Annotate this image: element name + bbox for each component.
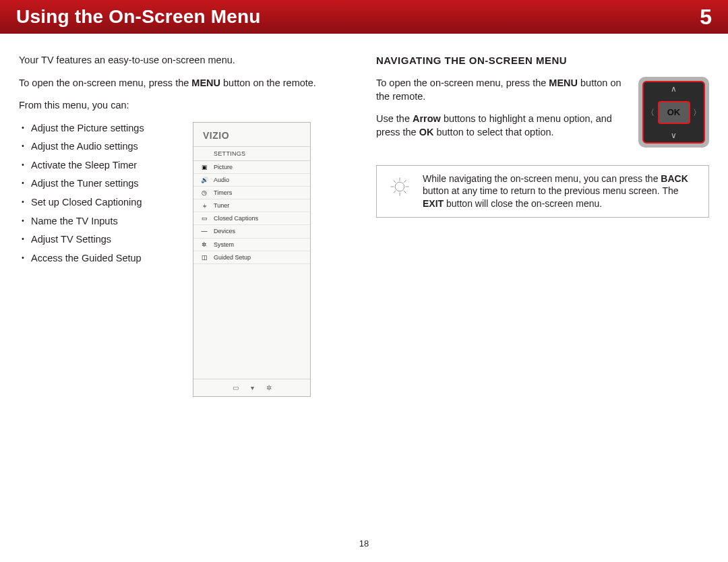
right-column: NAVIGATING THE ON-SCREEN MENU To open th… bbox=[376, 54, 709, 397]
list-item: Adjust the Tuner settings bbox=[31, 177, 181, 191]
list-item: Adjust the Picture settings bbox=[31, 122, 181, 135]
picture-icon: ▣ bbox=[200, 164, 208, 170]
open-menu-paragraph: To open the on-screen menu, press the ME… bbox=[19, 77, 352, 90]
chevron-down-icon: ▾ bbox=[251, 383, 254, 393]
tip-callout: While navigating the on-screen menu, you… bbox=[376, 165, 709, 218]
list-item: Adjust the Audio settings bbox=[31, 140, 181, 154]
osd-row-system: ✲System bbox=[193, 239, 310, 251]
capabilities-list: Adjust the Picture settings Adjust the A… bbox=[19, 122, 181, 266]
list-item: Activate the Sleep Timer bbox=[31, 159, 181, 173]
nav-paragraph-2: Use the Arrow buttons to highlight a men… bbox=[376, 113, 626, 139]
list-item: Adjust TV Settings bbox=[31, 233, 181, 247]
list-item: Name the TV Inputs bbox=[31, 215, 181, 228]
from-this-menu: From this menu, you can: bbox=[19, 99, 352, 113]
osd-row-audio: 🔊Audio bbox=[193, 174, 310, 187]
chapter-title: Using the On-Screen Menu bbox=[16, 6, 261, 28]
audio-icon: 🔊 bbox=[200, 177, 208, 183]
osd-row-devices: —Devices bbox=[193, 225, 310, 238]
chapter-header: Using the On-Screen Menu 5 bbox=[0, 0, 728, 34]
osd-row-cc: ▭Closed Captions bbox=[193, 212, 310, 225]
osd-row-guided: ◫Guided Setup bbox=[193, 251, 310, 264]
devices-icon: — bbox=[200, 228, 208, 235]
chapter-number: 5 bbox=[700, 5, 712, 30]
arrow-up-icon: ∧ bbox=[671, 85, 677, 93]
arrow-left-icon: 〈 bbox=[646, 108, 655, 117]
page-number: 18 bbox=[359, 538, 369, 549]
arrow-right-icon: 〉 bbox=[693, 108, 701, 117]
gear-icon: ✲ bbox=[266, 383, 272, 393]
osd-row-tuner: ⏚Tuner bbox=[193, 199, 310, 212]
osd-footer: ▭ ▾ ✲ bbox=[193, 379, 310, 397]
system-icon: ✲ bbox=[200, 241, 208, 248]
guided-icon: ◫ bbox=[200, 254, 208, 261]
remote-dpad: ∧ ∨ 〈 〉 OK bbox=[638, 77, 709, 148]
cc-icon: ▭ bbox=[200, 215, 208, 222]
osd-empty-space bbox=[193, 264, 310, 379]
section-heading: NAVIGATING THE ON-SCREEN MENU bbox=[376, 54, 709, 67]
svg-line-6 bbox=[404, 190, 406, 192]
nav-paragraph-1: To open the on-screen menu, press the ME… bbox=[376, 77, 626, 103]
timers-icon: ◷ bbox=[200, 189, 208, 196]
osd-row-picture: ▣Picture bbox=[193, 161, 310, 174]
vizio-logo: VIZIO bbox=[193, 123, 310, 146]
svg-point-0 bbox=[395, 182, 404, 191]
tuner-icon: ⏚ bbox=[200, 202, 208, 209]
intro-paragraph: Your TV features an easy-to-use on-scree… bbox=[19, 54, 352, 67]
svg-line-7 bbox=[404, 180, 406, 182]
svg-line-5 bbox=[394, 180, 396, 182]
arrow-down-icon: ∨ bbox=[671, 131, 677, 139]
osd-row-timers: ◷Timers bbox=[193, 187, 310, 199]
lightbulb-icon bbox=[386, 173, 413, 211]
ok-button: OK bbox=[658, 101, 690, 124]
left-column: Your TV features an easy-to-use on-scree… bbox=[19, 54, 352, 397]
list-item: Set up Closed Captioning bbox=[31, 196, 181, 210]
wide-icon: ▭ bbox=[233, 383, 239, 393]
osd-heading: SETTINGS bbox=[193, 146, 310, 161]
page-body: Your TV features an easy-to-use on-scree… bbox=[0, 34, 728, 397]
list-item: Access the Guided Setup bbox=[31, 252, 181, 266]
osd-panel: VIZIO SETTINGS ▣Picture 🔊Audio ◷Timers ⏚… bbox=[193, 122, 311, 398]
svg-line-8 bbox=[394, 190, 396, 192]
tip-text: While navigating the on-screen menu, you… bbox=[423, 173, 699, 211]
